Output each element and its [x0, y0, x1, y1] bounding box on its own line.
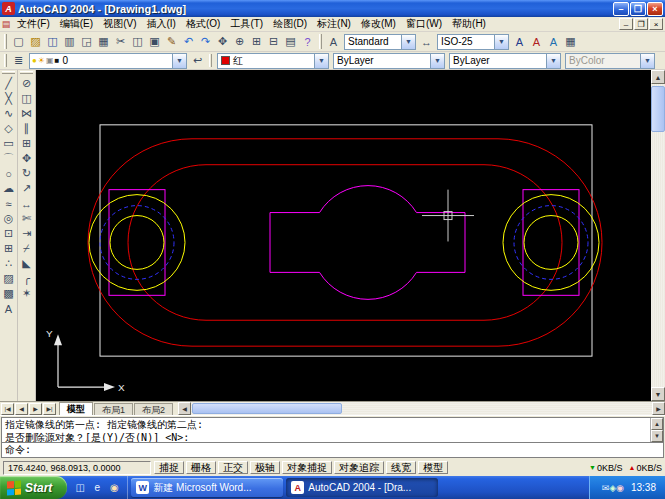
- quick-launch-media-icon[interactable]: ◉: [107, 481, 121, 495]
- drawing-canvas[interactable]: Y X: [36, 70, 651, 401]
- scroll-left-icon[interactable]: ◀: [178, 402, 191, 415]
- menu-item[interactable]: 工具(T): [225, 17, 268, 31]
- vertical-scroll-thumb[interactable]: [651, 86, 665, 132]
- status-toggle[interactable]: 栅格: [186, 461, 216, 474]
- layout-tab[interactable]: 布局1: [94, 403, 133, 415]
- inner-profile[interactable]: [128, 165, 562, 321]
- construction-line-icon[interactable]: ╳: [0, 91, 17, 106]
- toolbar-grip[interactable]: [4, 54, 7, 68]
- fillet-icon[interactable]: ╭: [18, 271, 35, 286]
- command-scrollbar[interactable]: ▲ ▼: [650, 418, 663, 442]
- break-icon[interactable]: ⌿: [18, 241, 35, 256]
- cut-icon[interactable]: ✂: [112, 34, 129, 50]
- redo-icon[interactable]: ↷: [197, 34, 214, 50]
- ellipse-icon[interactable]: ◎: [0, 211, 17, 226]
- text-style-icon[interactable]: A: [325, 34, 342, 50]
- right-bore-inner-circle[interactable]: [524, 216, 578, 270]
- layer-properties-manager-icon[interactable]: ≣: [10, 53, 27, 69]
- status-toggle[interactable]: 正交: [218, 461, 248, 474]
- toolbar-grip[interactable]: [2, 71, 16, 74]
- tab-prev-button[interactable]: ◀: [15, 403, 28, 415]
- plot-icon[interactable]: ▥: [61, 34, 78, 50]
- zoom-realtime-icon[interactable]: ⊕: [231, 34, 248, 50]
- child-minimize-button[interactable]: –: [619, 18, 633, 30]
- menu-item[interactable]: 编辑(E): [55, 17, 98, 31]
- chevron-down-icon[interactable]: ▼: [546, 54, 560, 68]
- rotate-icon[interactable]: ↻: [18, 166, 35, 181]
- dim-update-icon[interactable]: A: [545, 34, 562, 50]
- new-icon[interactable]: ▢: [10, 34, 27, 50]
- stretch-icon[interactable]: ↔: [18, 196, 35, 211]
- match-properties-icon[interactable]: ✎: [163, 34, 180, 50]
- help-icon[interactable]: ?: [299, 34, 316, 50]
- status-toggle[interactable]: 捕捉: [154, 461, 184, 474]
- scroll-down-icon[interactable]: ▼: [651, 430, 663, 442]
- tray-icon-3[interactable]: ◉: [616, 483, 624, 493]
- center-boss[interactable]: [270, 186, 465, 300]
- region-icon[interactable]: ▩: [0, 286, 17, 301]
- left-bore-inner-circle[interactable]: [110, 216, 164, 270]
- dim-style-icon[interactable]: ↔: [418, 34, 435, 50]
- paste-icon[interactable]: ▣: [146, 34, 163, 50]
- scale-icon[interactable]: ↗: [18, 181, 35, 196]
- chevron-down-icon[interactable]: ▼: [401, 35, 415, 49]
- chevron-down-icon[interactable]: ▼: [494, 35, 508, 49]
- layer-previous-icon[interactable]: ↩: [189, 53, 206, 69]
- right-bolt-circle-dashed[interactable]: [514, 206, 588, 280]
- plot-preview-icon[interactable]: ◲: [78, 34, 95, 50]
- minimize-button[interactable]: –: [613, 2, 629, 16]
- start-button[interactable]: Start: [0, 476, 67, 499]
- tab-next-button[interactable]: ▶: [29, 403, 42, 415]
- publish-icon[interactable]: ▦: [95, 34, 112, 50]
- task-autocad[interactable]: AAutoCAD 2004 - [Dra...: [286, 478, 438, 497]
- layer-combo[interactable]: ●☀▣■ 0 ▼: [29, 53, 187, 69]
- insert-block-icon[interactable]: ⊡: [0, 226, 17, 241]
- status-toggle[interactable]: 对象捕捉: [282, 461, 332, 474]
- array-icon[interactable]: ⊞: [18, 136, 35, 151]
- left-bore-outer-circle[interactable]: [89, 195, 185, 291]
- scroll-right-icon[interactable]: ▶: [652, 402, 665, 415]
- layout-tab[interactable]: 模型: [59, 402, 93, 415]
- scroll-down-icon[interactable]: ▼: [651, 387, 665, 401]
- move-icon[interactable]: ✥: [18, 151, 35, 166]
- text-style-combo[interactable]: Standard ▼: [344, 34, 416, 50]
- chevron-down-icon[interactable]: ▼: [314, 54, 328, 68]
- quick-launch-ie-icon[interactable]: e: [90, 481, 104, 495]
- toolbar-grip[interactable]: [319, 34, 322, 49]
- right-bore-outer-circle[interactable]: [503, 195, 599, 291]
- table-style-icon[interactable]: ▦: [562, 34, 579, 50]
- spline-icon[interactable]: ≈: [0, 196, 17, 211]
- explode-icon[interactable]: ✶: [18, 286, 35, 301]
- coordinate-display[interactable]: 176.4240, 968.0913, 0.0000: [3, 461, 151, 475]
- tab-last-button[interactable]: ▶|: [43, 403, 56, 415]
- restore-button[interactable]: ❐: [630, 2, 646, 16]
- rectangle-icon[interactable]: ▭: [0, 136, 17, 151]
- dim-style-manager-icon[interactable]: A: [528, 34, 545, 50]
- status-toggle[interactable]: 模型: [418, 461, 448, 474]
- toolbar-grip[interactable]: [4, 34, 7, 49]
- child-restore-button[interactable]: ❐: [634, 18, 648, 30]
- chevron-down-icon[interactable]: ▼: [430, 54, 444, 68]
- part-outline-rect[interactable]: [100, 125, 592, 356]
- status-toggle[interactable]: 极轴: [250, 461, 280, 474]
- menu-item[interactable]: 插入(I): [141, 17, 180, 31]
- circle-icon[interactable]: ○: [0, 166, 17, 181]
- undo-icon[interactable]: ↶: [180, 34, 197, 50]
- hatch-icon[interactable]: ▨: [0, 271, 17, 286]
- pan-icon[interactable]: ✥: [214, 34, 231, 50]
- properties-icon[interactable]: ▤: [282, 34, 299, 50]
- copy-object-icon[interactable]: ◫: [18, 91, 35, 106]
- menu-item[interactable]: 视图(V): [98, 17, 141, 31]
- lineweight-combo[interactable]: ByLayer ▼: [449, 53, 561, 69]
- menu-item[interactable]: 标注(N): [312, 17, 356, 31]
- offset-icon[interactable]: ∥: [18, 121, 35, 136]
- mtext-icon[interactable]: A: [0, 301, 17, 316]
- left-bolt-circle-dashed[interactable]: [100, 206, 174, 280]
- polyline-icon[interactable]: ∿: [0, 106, 17, 121]
- polygon-icon[interactable]: ◇: [0, 121, 17, 136]
- scroll-up-icon[interactable]: ▲: [651, 418, 663, 430]
- toolbar-grip[interactable]: [209, 54, 212, 68]
- zoom-previous-icon[interactable]: ⊟: [265, 34, 282, 50]
- scroll-up-icon[interactable]: ▲: [651, 70, 665, 84]
- horizontal-scrollbar[interactable]: ◀ ▶: [178, 402, 665, 415]
